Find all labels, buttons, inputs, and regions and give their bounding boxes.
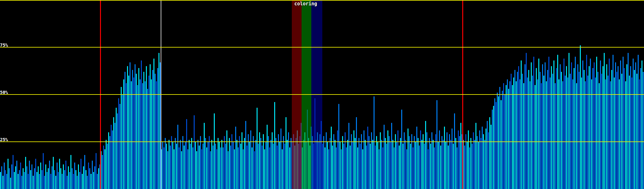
bar — [97, 174, 98, 189]
bar — [181, 151, 182, 189]
bar — [538, 59, 539, 189]
bar — [69, 172, 70, 189]
bar — [516, 81, 517, 189]
bar — [127, 66, 128, 189]
bar — [561, 72, 562, 189]
bar — [67, 176, 68, 189]
bar — [438, 142, 439, 189]
bar — [208, 142, 208, 189]
bar — [132, 70, 133, 189]
bar — [73, 174, 74, 189]
bar — [420, 130, 421, 189]
bar — [325, 147, 325, 189]
bar — [60, 168, 61, 189]
bar — [91, 174, 92, 189]
bar — [441, 136, 442, 189]
bar — [478, 142, 479, 189]
bar — [536, 68, 537, 189]
bar — [605, 79, 606, 189]
bar — [211, 140, 212, 189]
bar — [223, 147, 224, 189]
bar — [450, 140, 451, 189]
bar — [611, 70, 612, 189]
bar — [528, 70, 529, 189]
bar — [195, 142, 196, 189]
bar — [336, 147, 337, 189]
bar — [152, 70, 153, 189]
bar — [562, 81, 563, 189]
bar — [121, 87, 122, 189]
bar — [164, 147, 164, 189]
bar — [555, 83, 556, 189]
bar — [574, 68, 575, 189]
bar — [361, 134, 362, 189]
bar — [434, 147, 435, 189]
bar — [641, 60, 642, 189]
bar — [356, 117, 357, 189]
graph-window: coloring 75%50%25% — [0, 0, 644, 189]
bar — [328, 149, 329, 189]
bar — [34, 168, 35, 189]
bar — [230, 146, 231, 189]
bar — [169, 140, 169, 189]
bar — [158, 53, 159, 189]
bar — [604, 53, 605, 189]
bar — [618, 66, 619, 189]
bar — [254, 151, 255, 189]
bar — [590, 59, 591, 189]
bar — [491, 125, 491, 189]
bar — [143, 72, 144, 189]
bar — [392, 140, 393, 189]
bar — [88, 163, 89, 189]
bar — [519, 79, 520, 189]
bar — [546, 81, 547, 189]
bar — [28, 174, 29, 189]
bar — [452, 129, 452, 189]
bar — [123, 79, 124, 189]
bar — [165, 138, 166, 189]
bar — [364, 130, 364, 189]
bar — [419, 146, 420, 189]
bar — [514, 70, 515, 189]
bar — [340, 142, 341, 189]
bar — [347, 140, 348, 189]
bar — [170, 146, 171, 189]
bar — [606, 64, 607, 189]
bar — [259, 132, 260, 189]
bar — [14, 172, 15, 189]
bar — [197, 140, 198, 189]
bar — [146, 66, 147, 189]
bar — [3, 176, 3, 189]
bar — [440, 146, 441, 189]
bar — [4, 163, 5, 189]
bar — [253, 136, 254, 189]
bar — [571, 62, 572, 189]
bar — [449, 134, 450, 189]
bar — [235, 127, 236, 189]
bar — [196, 151, 197, 189]
bar — [464, 146, 465, 189]
bar — [268, 136, 269, 189]
bar — [352, 142, 353, 189]
bar — [380, 132, 381, 189]
bar — [517, 72, 518, 189]
bar — [390, 142, 391, 189]
bar — [250, 130, 251, 189]
bar — [556, 68, 557, 189]
bar — [484, 140, 485, 189]
bar — [279, 142, 280, 189]
bar — [355, 138, 356, 189]
bar — [104, 149, 105, 189]
bar — [493, 106, 494, 189]
bar — [262, 146, 263, 189]
bar — [577, 64, 578, 189]
plot-area[interactable]: coloring 75%50%25% — [0, 0, 644, 189]
bar — [44, 176, 45, 189]
bar — [102, 155, 103, 189]
bar — [367, 127, 368, 189]
bar — [216, 149, 217, 189]
bar — [255, 140, 256, 189]
bar — [242, 132, 242, 189]
bar — [244, 138, 245, 189]
bar — [369, 136, 369, 189]
